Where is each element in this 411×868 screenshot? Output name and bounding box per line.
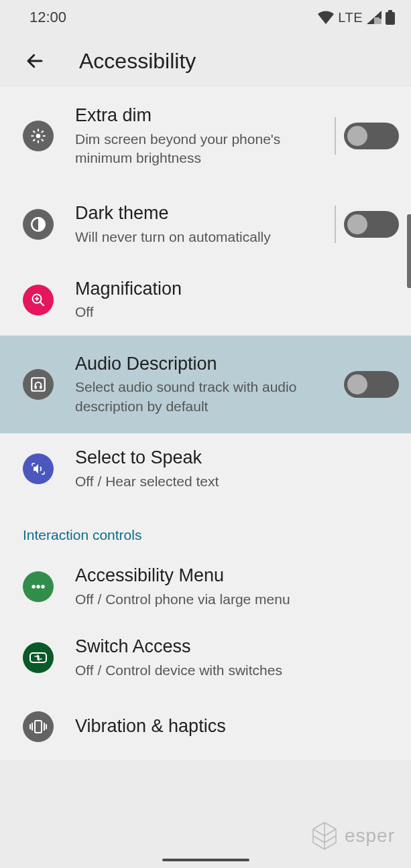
row-title: Dark theme <box>75 202 324 225</box>
row-title: Audio Description <box>75 353 336 376</box>
svg-rect-2 <box>386 12 395 25</box>
row-extra-dim[interactable]: Extra dim Dim screen beyond your phone's… <box>0 87 411 185</box>
row-title: Vibration & haptics <box>75 715 391 738</box>
row-subtitle: Off / Control device with switches <box>75 661 391 680</box>
status-bar: 12:00 LTE <box>0 0 411 35</box>
vibration-icon <box>23 711 54 742</box>
row-subtitle: Dim screen beyond your phone's minimum b… <box>75 130 324 168</box>
contrast-icon <box>30 216 47 233</box>
audio-description-toggle[interactable] <box>344 371 399 398</box>
battery-icon <box>386 10 395 25</box>
svg-rect-19 <box>40 386 42 388</box>
cellular-signal-icon <box>367 11 381 24</box>
page-title: Accessibility <box>79 49 196 74</box>
wifi-icon <box>318 11 334 24</box>
esper-logo-icon <box>311 821 338 851</box>
section-header-interaction: Interaction controls <box>0 504 411 551</box>
back-button[interactable] <box>19 45 51 77</box>
extra-dim-toggle[interactable] <box>344 123 399 149</box>
vibration-icon <box>29 719 48 734</box>
arrow-left-icon <box>25 51 45 71</box>
row-vibration-haptics[interactable]: Vibration & haptics <box>0 693 411 760</box>
row-title: Magnification <box>75 278 391 301</box>
svg-line-11 <box>42 131 43 133</box>
svg-rect-0 <box>379 12 381 19</box>
svg-line-9 <box>42 140 43 141</box>
svg-point-22 <box>41 585 44 589</box>
gesture-nav-bar[interactable] <box>162 859 249 861</box>
toggle-divider <box>335 206 336 243</box>
row-magnification[interactable]: Magnification Off <box>0 265 411 336</box>
watermark-text: esper <box>345 825 395 847</box>
row-subtitle: Off / Control phone via large menu <box>75 590 391 609</box>
row-subtitle: Off / Hear selected text <box>75 472 391 491</box>
more-horizontal-icon <box>31 584 46 589</box>
row-subtitle: Will never turn on automatically <box>75 228 324 246</box>
svg-rect-24 <box>35 721 42 733</box>
status-icons: LTE <box>318 10 395 25</box>
status-time: 12:00 <box>30 9 66 26</box>
network-type-label: LTE <box>338 10 363 25</box>
svg-point-21 <box>36 585 40 589</box>
scrollbar[interactable] <box>407 214 411 288</box>
speaker-icon <box>30 461 46 477</box>
svg-rect-18 <box>35 386 37 388</box>
select-to-speak-icon <box>23 453 54 484</box>
svg-rect-1 <box>388 10 392 12</box>
switch-icon <box>30 651 47 664</box>
svg-line-8 <box>34 131 35 133</box>
row-dark-theme[interactable]: Dark theme Will never turn on automatica… <box>0 185 411 264</box>
brightness-low-icon <box>30 127 47 145</box>
app-bar: Accessibility <box>0 35 411 87</box>
esper-watermark: esper <box>311 821 395 851</box>
svg-line-10 <box>34 140 35 141</box>
svg-point-3 <box>36 134 41 139</box>
svg-line-14 <box>40 302 44 305</box>
toggle-divider <box>335 117 336 155</box>
headphones-icon <box>30 376 47 393</box>
extra-dim-icon <box>23 121 54 151</box>
row-accessibility-menu[interactable]: Accessibility Menu Off / Control phone v… <box>0 551 411 622</box>
svg-rect-17 <box>32 378 45 391</box>
row-title: Switch Access <box>75 636 391 658</box>
row-switch-access[interactable]: Switch Access Off / Control device with … <box>0 622 411 693</box>
accessibility-menu-icon <box>23 571 54 602</box>
row-audio-description[interactable]: Audio Description Select audio sound tra… <box>0 336 411 433</box>
settings-list: Extra dim Dim screen beyond your phone's… <box>0 87 411 760</box>
row-select-to-speak[interactable]: Select to Speak Off / Hear selected text <box>0 433 411 504</box>
row-title: Accessibility Menu <box>75 565 391 587</box>
dark-theme-icon <box>23 209 54 240</box>
row-subtitle: Select audio sound track with audio desc… <box>75 378 336 416</box>
magnification-icon <box>23 285 54 315</box>
row-subtitle: Off <box>75 303 391 321</box>
dark-theme-toggle[interactable] <box>344 211 399 238</box>
switch-access-icon <box>23 642 54 673</box>
zoom-in-icon <box>30 292 46 308</box>
row-title: Extra dim <box>75 104 324 127</box>
svg-point-20 <box>32 585 35 589</box>
audio-description-icon <box>23 369 54 400</box>
row-title: Select to Speak <box>75 447 391 469</box>
